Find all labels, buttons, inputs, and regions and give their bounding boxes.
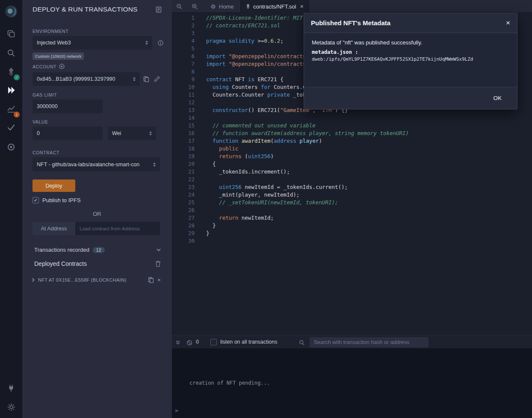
select-caret-icon — [133, 77, 136, 81]
value-unit: Wei — [112, 130, 147, 136]
chevron-right-icon[interactable] — [32, 278, 35, 282]
search-icon[interactable] — [3, 45, 19, 61]
pending-count: 0 — [196, 339, 199, 345]
icon-sidebar: ✓ 1 — [0, 0, 22, 418]
value-unit-select[interactable]: Wei — [108, 127, 156, 140]
contract-select[interactable]: NFT - github/ava-labs/avalanche-smart-co… — [33, 157, 160, 171]
modal-message: Metadata of "nft" was published successf… — [312, 39, 509, 46]
remix-ide: ✓ 1 DEPLOY & RUN TRANSACTIONS ENVIRONMEN… — [0, 0, 532, 418]
deploy-run-panel: DEPLOY & RUN TRANSACTIONS ENVIRONMENT In… — [22, 0, 172, 418]
value-label: VALUE — [33, 119, 48, 124]
compiled-badge: ✓ — [14, 74, 20, 80]
gas-limit-label: GAS LIMIT — [33, 92, 57, 97]
panel-title: DEPLOY & RUN TRANSACTIONS — [33, 6, 138, 13]
tab-bar: Home contracts/NFT.sol × — [172, 0, 532, 13]
deployed-contracts-label: Deployed Contracts — [34, 260, 87, 267]
toggle-terminal-icon[interactable] — [175, 340, 180, 345]
remove-contract-icon[interactable]: × — [157, 277, 161, 283]
close-modal-icon[interactable]: × — [506, 19, 510, 26]
clear-console-icon[interactable] — [186, 340, 192, 346]
publish-ipfs-label: Publish to IPFS — [42, 197, 81, 203]
close-tab-icon[interactable]: × — [300, 3, 303, 9]
modal-header: Published NFT's Metadata × — [304, 13, 517, 33]
home-tab-icon — [210, 4, 216, 9]
terminal-search-input[interactable] — [310, 337, 429, 347]
or-divider: OR — [22, 211, 172, 217]
add-account-icon[interactable] — [59, 64, 65, 69]
terminal: creation of NFT pending... > — [172, 348, 532, 418]
modal-body: Metadata of "nft" was published successf… — [304, 33, 517, 87]
line-numbers: 1234567891011121314151617181920212223242… — [172, 14, 195, 245]
remix-logo[interactable] — [3, 4, 19, 19]
doc-link-icon[interactable] — [156, 6, 162, 13]
environment-label: ENVIRONMENT — [33, 29, 68, 34]
transactions-count-badge: 12 — [93, 247, 105, 253]
edit-account-icon[interactable] — [154, 76, 160, 82]
account-select[interactable]: 0x845...B1aB3 (999991.3297990 — [33, 72, 140, 86]
contract-value: NFT - github/ava-labs/avalanche-smart-co… — [37, 162, 151, 168]
gas-limit-input[interactable] — [33, 100, 103, 113]
contract-label: CONTRACT — [33, 150, 59, 155]
select-caret-icon — [153, 162, 156, 167]
solidity-compiler-icon[interactable]: ✓ — [3, 64, 19, 79]
modal-footer: OK — [304, 87, 517, 109]
environment-select[interactable]: Injected Web3 — [33, 36, 152, 50]
environment-value: Injected Web3 — [37, 40, 143, 46]
tab-home[interactable]: Home — [205, 0, 239, 13]
at-address-button[interactable]: At Address — [33, 222, 75, 235]
info-icon[interactable] — [158, 40, 163, 46]
ok-button[interactable]: OK — [488, 91, 507, 105]
at-address-input[interactable] — [75, 222, 160, 235]
metadata-filename: metadata.json : — [312, 49, 509, 55]
transactions-recorded-row[interactable]: Transactions recorded 12 — [34, 247, 161, 253]
analytics-icon[interactable]: 1 — [3, 101, 19, 117]
terminal-prompt[interactable]: > — [175, 407, 178, 414]
copy-contract-icon[interactable] — [148, 277, 154, 283]
settings-gear-icon[interactable] — [3, 399, 19, 415]
listen-label: listen on all transactions — [220, 339, 277, 345]
solidity-file-icon — [246, 3, 250, 9]
terminal-search-icon — [299, 340, 305, 346]
value-input[interactable] — [33, 127, 103, 140]
select-caret-icon — [145, 41, 148, 45]
active-tab-label: contracts/NFT.sol — [253, 3, 296, 10]
select-caret-icon — [149, 131, 152, 135]
file-explorer-icon[interactable] — [3, 26, 19, 41]
listen-checkbox[interactable] — [210, 339, 217, 345]
zoom-in-icon[interactable] — [192, 3, 198, 10]
account-value: 0x845...B1aB3 (999991.3297990 — [37, 76, 130, 82]
ipfs-url: dweb:/ipfs/QmYL9P1Z7KE6AQvKJPFF52SX1p2TE… — [312, 56, 509, 62]
network-badge: Custom (10920) network — [33, 53, 84, 60]
plugin-circle-icon[interactable] — [3, 139, 19, 155]
deploy-run-icon[interactable] — [3, 82, 19, 98]
account-label: ACCOUNT — [33, 64, 56, 69]
tab-nft-sol[interactable]: contracts/NFT.sol × — [240, 0, 309, 13]
deployed-contract-item[interactable]: NFT AT 0X15E...E558F (BLOCKCHAIN) × — [32, 277, 161, 283]
notification-badge: 1 — [14, 112, 20, 118]
terminal-output: creation of NFT pending... — [189, 380, 270, 386]
deploy-button[interactable]: Deploy — [33, 180, 75, 192]
home-tab-label: Home — [219, 3, 234, 10]
terminal-toolbar: 0 listen on all transactions — [172, 336, 532, 348]
plugin-manager-icon[interactable] — [3, 380, 19, 396]
zoom-out-icon[interactable] — [176, 3, 183, 10]
publish-ipfs-checkbox[interactable]: ✓ — [33, 197, 39, 203]
trash-icon[interactable] — [155, 261, 161, 267]
deployed-contract-label: NFT AT 0X15E...E558F (BLOCKCHAIN) — [38, 277, 126, 283]
chevron-down-icon[interactable] — [157, 248, 161, 251]
copy-account-icon[interactable] — [143, 76, 149, 82]
check-icon: ✓ — [34, 198, 37, 203]
published-metadata-modal: Published NFT's Metadata × Metadata of "… — [304, 13, 517, 109]
verify-check-icon[interactable] — [3, 120, 19, 135]
modal-title: Published NFT's Metadata — [311, 19, 390, 26]
transactions-recorded-label: Transactions recorded — [34, 247, 89, 253]
